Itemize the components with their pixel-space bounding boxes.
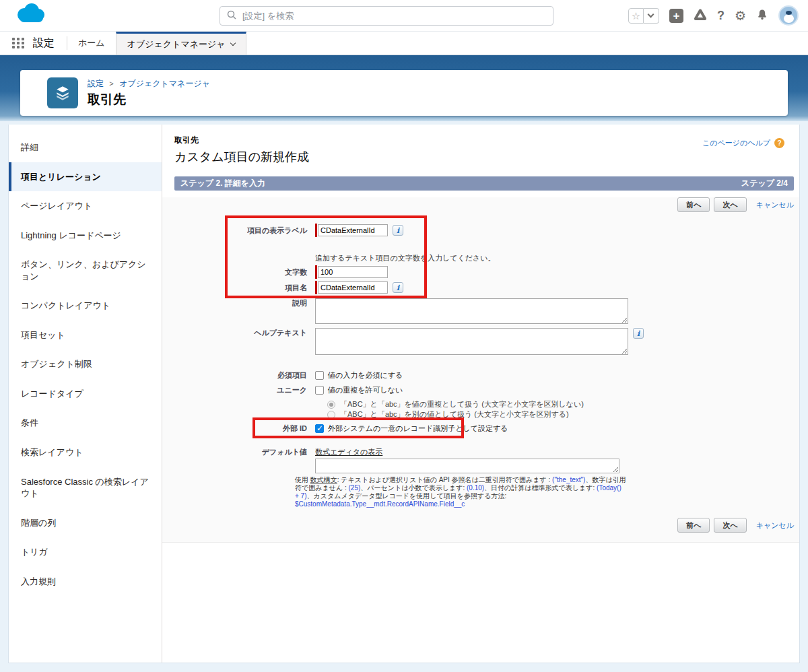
tab-home[interactable]: ホーム: [67, 32, 116, 55]
global-header: [設定] を検索 ☆ + ? ⚙: [0, 0, 808, 32]
formula-usage-hint: 使用 数式構文: テキストおよび選択リスト値の API 参照名は二重引用符で囲み…: [295, 476, 626, 508]
info-icon[interactable]: i: [393, 282, 403, 293]
cancel-link[interactable]: キャンセル: [756, 200, 794, 210]
wizard-step-bar: ステップ 2. 詳細を入力 ステップ 2/4: [174, 176, 794, 191]
required-marker: [315, 224, 317, 237]
step-progress: ステップ 2/4: [741, 178, 788, 189]
object-layers-icon: [47, 77, 78, 108]
required-checkbox[interactable]: [315, 371, 324, 380]
required-marker: [315, 265, 317, 279]
sidebar-item-details[interactable]: 詳細: [9, 133, 162, 162]
description-label: 説明: [162, 298, 315, 308]
required-marker: [315, 281, 317, 294]
custom-metadata-reference-link[interactable]: $CustomMetadata.Type__mdt.RecordAPIName.…: [295, 500, 465, 508]
field-detail-form: 項目の表示ラベル i 追加するテキスト項目の文字数を入力してください。 文字数: [162, 224, 799, 508]
page-title: 取引先: [88, 91, 210, 108]
favorites-star-icon[interactable]: ☆: [628, 8, 644, 24]
step-title: ステップ 2. 詳細を入力: [180, 178, 265, 189]
bottom-button-row: 前へ 次へ キャンセル: [174, 518, 794, 533]
formula-syntax-link[interactable]: 数式構文: [310, 476, 337, 483]
length-hint-text: 追加するテキスト項目の文字数を入力してください。: [315, 253, 496, 263]
app-launcher-waffle-icon[interactable]: [12, 38, 25, 48]
wizard-body: 前へ 次へ キャンセル 項目の表示ラベル i 追加するテキスト: [162, 197, 799, 543]
sidebar-item-hierarchy-columns[interactable]: 階層の列: [9, 508, 162, 538]
field-name-input[interactable]: [318, 281, 388, 294]
top-button-row: 前へ 次へ キャンセル: [174, 197, 794, 212]
required-checkbox-label: 値の入力を必須にする: [328, 370, 403, 380]
unique-checkbox-label: 値の重複を許可しない: [328, 385, 403, 395]
default-value-label: デフォルト値: [162, 447, 315, 457]
sidebar-item-page-layouts[interactable]: ページレイアウト: [9, 191, 162, 221]
guidance-center-icon[interactable]: [694, 8, 707, 24]
help-question-icon[interactable]: ?: [774, 138, 784, 148]
sidebar-item-search-layouts[interactable]: 検索レイアウト: [9, 438, 162, 467]
object-context-label: 取引先: [174, 135, 787, 145]
page-header-card: 設定 > オブジェクトマネージャ 取引先: [20, 70, 788, 116]
main-panel: 取引先 カスタム項目の新規作成 このページのヘルプ ? ステップ 2. 詳細を入…: [162, 125, 799, 663]
sidebar-item-classic-search-layouts[interactable]: Salesforce Classic の検索レイアウト: [9, 467, 162, 508]
next-button[interactable]: 次へ: [714, 197, 746, 212]
length-label: 文字数: [162, 267, 315, 277]
help-text-textarea[interactable]: [315, 328, 628, 355]
sidebar-item-object-limits[interactable]: オブジェクト制限: [9, 349, 162, 379]
breadcrumb-setup-link[interactable]: 設定: [88, 79, 104, 88]
external-id-checkbox[interactable]: [315, 424, 324, 433]
breadcrumb: 設定 > オブジェクトマネージャ: [88, 78, 210, 90]
required-field-label: 必須項目: [162, 370, 315, 380]
field-label-label: 項目の表示ラベル: [162, 226, 315, 236]
previous-button[interactable]: 前へ: [677, 518, 710, 533]
sidebar-item-triggers[interactable]: トリガ: [9, 537, 162, 567]
chevron-down-icon: [230, 40, 235, 46]
page-help-link[interactable]: このページのヘルプ: [702, 138, 770, 148]
info-icon[interactable]: i: [393, 225, 403, 236]
sidebar-item-fields-relationships[interactable]: 項目とリレーション: [9, 162, 162, 192]
field-label-input[interactable]: [318, 224, 388, 236]
sidebar-item-conditions[interactable]: 条件: [9, 408, 162, 438]
object-manager-sidebar: 詳細 項目とリレーション ページレイアウト Lightning レコードページ …: [9, 125, 162, 663]
help-icon[interactable]: ?: [717, 9, 725, 23]
favorites-control: ☆: [628, 8, 659, 24]
external-id-checkbox-label: 外部システムの一意のレコード識別子として設定する: [328, 424, 508, 434]
sidebar-item-record-types[interactable]: レコードタイプ: [9, 379, 162, 409]
sidebar-item-validation-rules[interactable]: 入力規則: [9, 567, 162, 597]
notifications-bell-icon[interactable]: [756, 8, 768, 24]
field-name-label: 項目名: [162, 283, 315, 293]
cancel-link[interactable]: キャンセル: [756, 520, 794, 531]
search-icon: [227, 10, 236, 22]
tab-object-manager[interactable]: オブジェクトマネージャ: [116, 32, 246, 55]
description-textarea[interactable]: [315, 298, 628, 324]
content-region: 詳細 項目とリレーション ページレイアウト Lightning レコードページ …: [0, 121, 808, 672]
sidebar-item-lightning-record-pages[interactable]: Lightning レコードページ: [9, 221, 162, 250]
setup-tab-bar: 設定 ホーム オブジェクトマネージャ: [0, 32, 808, 55]
previous-button[interactable]: 前へ: [677, 197, 710, 212]
external-id-label: 外部 ID: [162, 424, 315, 434]
setup-gear-icon[interactable]: ⚙: [735, 9, 746, 22]
setup-search-box[interactable]: [設定] を検索: [220, 6, 553, 26]
length-input[interactable]: [318, 266, 388, 278]
user-avatar[interactable]: [778, 5, 799, 26]
sidebar-item-field-sets[interactable]: 項目セット: [9, 321, 162, 350]
unique-case-sensitive-radio[interactable]: [327, 411, 335, 419]
unique-label: ユニーク: [162, 385, 315, 395]
info-icon[interactable]: i: [633, 328, 644, 339]
sidebar-item-compact-layouts[interactable]: コンパクトレイアウト: [9, 291, 162, 321]
search-placeholder: [設定] を検索: [242, 10, 294, 22]
salesforce-cloud-logo[interactable]: [12, 2, 50, 29]
breadcrumb-object-manager-link[interactable]: オブジェクトマネージャ: [119, 79, 210, 88]
favorites-caret-icon[interactable]: [644, 8, 659, 24]
app-name-label: 設定: [33, 36, 55, 51]
wizard-title: カスタム項目の新規作成: [174, 148, 787, 166]
show-formula-editor-link[interactable]: 数式エディタの表示: [315, 447, 382, 457]
next-button[interactable]: 次へ: [714, 518, 746, 533]
unique-case-insensitive-radio[interactable]: [327, 401, 335, 409]
sidebar-item-buttons-links-actions[interactable]: ボタン、リンク、およびアクション: [9, 250, 162, 291]
global-add-icon[interactable]: +: [669, 9, 683, 23]
setup-banner: 設定 > オブジェクトマネージャ 取引先: [0, 55, 808, 121]
help-text-label: ヘルプテキスト: [162, 328, 315, 338]
unique-checkbox[interactable]: [315, 386, 324, 395]
default-value-textarea[interactable]: [315, 459, 619, 473]
